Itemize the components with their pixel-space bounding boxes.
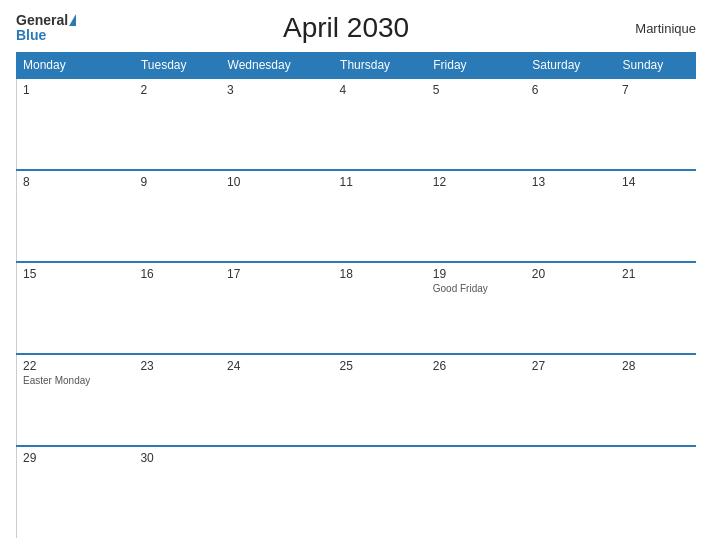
calendar-cell: 29 [17, 446, 135, 538]
calendar-cell: 15 [17, 262, 135, 354]
day-number: 17 [227, 267, 328, 281]
calendar-cell: 17 [221, 262, 334, 354]
col-friday: Friday [427, 53, 526, 79]
calendar-cell: 9 [134, 170, 221, 262]
day-number: 2 [140, 83, 215, 97]
calendar-cell: 19Good Friday [427, 262, 526, 354]
day-number: 12 [433, 175, 520, 189]
calendar-cell: 21 [616, 262, 695, 354]
calendar-cell: 22Easter Monday [17, 354, 135, 446]
calendar-cell: 20 [526, 262, 616, 354]
logo: General Blue [16, 13, 76, 44]
header: General Blue April 2030 Martinique [16, 12, 696, 44]
day-number: 22 [23, 359, 128, 373]
day-number: 11 [340, 175, 421, 189]
day-number: 15 [23, 267, 128, 281]
logo-general-text: General [16, 13, 68, 28]
calendar-cell: 28 [616, 354, 695, 446]
day-number: 9 [140, 175, 215, 189]
day-number: 25 [340, 359, 421, 373]
day-number: 23 [140, 359, 215, 373]
day-number: 16 [140, 267, 215, 281]
calendar-cell: 8 [17, 170, 135, 262]
day-number: 18 [340, 267, 421, 281]
calendar-cell: 24 [221, 354, 334, 446]
logo-triangle-icon [69, 14, 76, 26]
day-number: 29 [23, 451, 128, 465]
day-number: 20 [532, 267, 610, 281]
col-saturday: Saturday [526, 53, 616, 79]
col-thursday: Thursday [334, 53, 427, 79]
calendar-cell: 26 [427, 354, 526, 446]
calendar-cell [334, 446, 427, 538]
calendar-header: Monday Tuesday Wednesday Thursday Friday… [17, 53, 696, 79]
calendar-table: Monday Tuesday Wednesday Thursday Friday… [16, 52, 696, 538]
holiday-name: Good Friday [433, 283, 520, 294]
day-number: 21 [622, 267, 689, 281]
calendar-cell: 25 [334, 354, 427, 446]
day-number: 4 [340, 83, 421, 97]
logo-blue-text: Blue [16, 28, 76, 43]
week-row-4: 22Easter Monday232425262728 [17, 354, 696, 446]
header-row: Monday Tuesday Wednesday Thursday Friday… [17, 53, 696, 79]
calendar-cell: 11 [334, 170, 427, 262]
day-number: 1 [23, 83, 128, 97]
col-sunday: Sunday [616, 53, 695, 79]
calendar-cell: 6 [526, 78, 616, 170]
col-tuesday: Tuesday [134, 53, 221, 79]
calendar-cell [221, 446, 334, 538]
calendar-cell: 3 [221, 78, 334, 170]
day-number: 6 [532, 83, 610, 97]
page: General Blue April 2030 Martinique Monda… [0, 0, 712, 550]
day-number: 30 [140, 451, 215, 465]
calendar-cell: 13 [526, 170, 616, 262]
day-number: 27 [532, 359, 610, 373]
day-number: 8 [23, 175, 128, 189]
region-label: Martinique [616, 21, 696, 36]
calendar-cell: 7 [616, 78, 695, 170]
calendar-cell: 12 [427, 170, 526, 262]
calendar-cell: 5 [427, 78, 526, 170]
calendar-cell [526, 446, 616, 538]
week-row-3: 1516171819Good Friday2021 [17, 262, 696, 354]
week-row-2: 891011121314 [17, 170, 696, 262]
calendar-cell: 18 [334, 262, 427, 354]
holiday-name: Easter Monday [23, 375, 128, 386]
calendar-cell: 10 [221, 170, 334, 262]
day-number: 5 [433, 83, 520, 97]
calendar-cell: 4 [334, 78, 427, 170]
calendar-cell: 16 [134, 262, 221, 354]
day-number: 24 [227, 359, 328, 373]
day-number: 7 [622, 83, 689, 97]
col-wednesday: Wednesday [221, 53, 334, 79]
day-number: 13 [532, 175, 610, 189]
calendar-body: 12345678910111213141516171819Good Friday… [17, 78, 696, 538]
col-monday: Monday [17, 53, 135, 79]
calendar-cell [427, 446, 526, 538]
week-row-5: 2930 [17, 446, 696, 538]
calendar-title: April 2030 [76, 12, 616, 44]
calendar-cell [616, 446, 695, 538]
day-number: 28 [622, 359, 689, 373]
week-row-1: 1234567 [17, 78, 696, 170]
day-number: 19 [433, 267, 520, 281]
day-number: 14 [622, 175, 689, 189]
day-number: 10 [227, 175, 328, 189]
calendar-cell: 27 [526, 354, 616, 446]
calendar-cell: 1 [17, 78, 135, 170]
calendar-cell: 2 [134, 78, 221, 170]
calendar-cell: 30 [134, 446, 221, 538]
day-number: 26 [433, 359, 520, 373]
calendar-cell: 23 [134, 354, 221, 446]
calendar-cell: 14 [616, 170, 695, 262]
day-number: 3 [227, 83, 328, 97]
